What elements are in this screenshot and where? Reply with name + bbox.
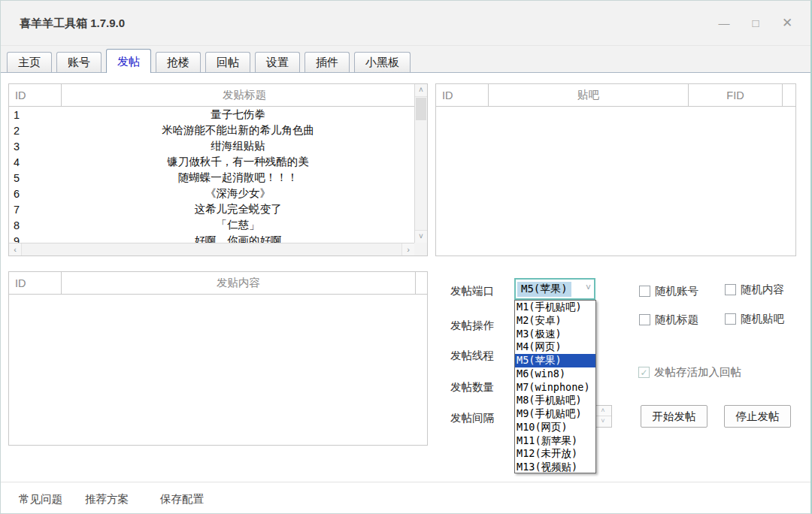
- column-header-post-title: 发贴标题: [62, 84, 427, 106]
- table-row[interactable]: 5随蝴蝶一起消散吧！！！: [9, 170, 414, 186]
- tab-post[interactable]: 发帖: [106, 49, 151, 73]
- chevron-down-icon[interactable]: ˅: [586, 283, 591, 293]
- row-title: 《深海少女》: [62, 186, 414, 201]
- row-id: 9: [9, 235, 62, 243]
- dropdown-option-m2[interactable]: M2(安卓): [515, 314, 595, 328]
- checkbox-box[interactable]: [725, 284, 736, 295]
- post-action-label: 发帖操作: [450, 319, 494, 333]
- tieba-table-header: ID 贴吧 FID: [436, 84, 795, 107]
- checkbox-box[interactable]: [725, 313, 736, 325]
- table-row[interactable]: 2米哈游能不能出新的希儿角色曲: [9, 122, 414, 138]
- post-content-table: ID 发贴内容: [8, 271, 428, 446]
- footer-link-faq[interactable]: 常见问题: [19, 492, 62, 506]
- row-title: 随蝴蝶一起消散吧！！！: [62, 171, 414, 185]
- row-title: 好啊，你画的好啊: [62, 234, 414, 243]
- checkbox-survive-reply[interactable]: ✓ 发帖存活加入回帖: [638, 365, 741, 379]
- dropdown-option-m13[interactable]: M13(视频贴): [515, 461, 595, 474]
- interval-spinner[interactable]: ˄ ˅: [594, 405, 612, 428]
- checkbox-random-title[interactable]: 随机标题: [639, 313, 698, 327]
- horizontal-scrollbar[interactable]: ‹ ›: [9, 243, 414, 255]
- tab-settings[interactable]: 设置: [255, 52, 300, 72]
- dropdown-option-m4[interactable]: M4(网页): [515, 340, 595, 354]
- close-icon[interactable]: ✕: [774, 13, 800, 34]
- window-controls: — □ ✕: [711, 13, 800, 34]
- table-row[interactable]: 9好啊，你画的好啊: [9, 233, 414, 243]
- minimize-icon[interactable]: —: [711, 13, 737, 34]
- checkbox-box-checked[interactable]: ✓: [638, 367, 650, 378]
- table-row[interactable]: 8「仁慈」: [9, 217, 414, 233]
- row-title: 「仁慈」: [62, 218, 414, 232]
- checkbox-label: 发帖存活加入回帖: [654, 365, 741, 379]
- column-header-id: ID: [436, 84, 489, 106]
- start-post-button[interactable]: 开始发帖: [641, 405, 707, 428]
- checkbox-random-account[interactable]: 随机账号: [639, 284, 698, 298]
- tab-reply[interactable]: 回帖: [205, 52, 250, 72]
- spinner-up-icon[interactable]: ˄: [595, 406, 611, 416]
- table-row[interactable]: 6《深海少女》: [9, 186, 414, 201]
- row-id: 7: [9, 204, 62, 216]
- tab-home[interactable]: 主页: [7, 52, 52, 72]
- checkbox-box[interactable]: [639, 314, 650, 325]
- dropdown-option-m6[interactable]: M6(win8): [515, 367, 595, 381]
- column-header-tieba: 贴吧: [489, 84, 688, 106]
- table-row[interactable]: 3绀海组贴贴: [9, 138, 414, 154]
- checkbox-label: 随机贴吧: [741, 312, 784, 326]
- row-id: 6: [9, 188, 62, 200]
- column-header-id: ID: [9, 84, 62, 106]
- tab-floor-grab[interactable]: 抢楼: [156, 52, 201, 72]
- checkbox-random-content[interactable]: 随机内容: [725, 283, 784, 297]
- app-title: 喜羊羊工具箱 1.7.9.0: [20, 17, 125, 31]
- tab-account[interactable]: 账号: [56, 52, 102, 72]
- scrollbar-thumb[interactable]: [416, 98, 426, 120]
- post-title-table-header: ID 发贴标题: [9, 84, 427, 107]
- table-row[interactable]: 7这希儿完全蜕变了: [9, 201, 414, 217]
- scroll-up-icon[interactable]: ˄: [415, 84, 427, 97]
- dropdown-option-m7[interactable]: M7(winphone): [515, 381, 595, 395]
- checkbox-label: 随机内容: [741, 283, 784, 297]
- dropdown-option-m3[interactable]: M3(极速): [515, 328, 595, 341]
- dropdown-option-m8[interactable]: M8(手机贴吧): [515, 394, 595, 407]
- scroll-left-icon[interactable]: ‹: [9, 243, 22, 255]
- footer-link-recommend[interactable]: 推荐方案: [85, 492, 129, 506]
- row-id: 3: [9, 141, 62, 153]
- post-port-label: 发帖端口: [450, 284, 494, 298]
- tab-bar: 主页 账号 发帖 抢楼 回帖 设置 插件 小黑板: [1, 46, 810, 73]
- post-port-select[interactable]: M5(苹果) ˅: [514, 278, 595, 300]
- tab-plugins[interactable]: 插件: [304, 52, 350, 72]
- spinner-down-icon[interactable]: ˅: [595, 416, 611, 427]
- tab-blackboard[interactable]: 小黑板: [354, 52, 411, 72]
- maximize-icon[interactable]: □: [743, 13, 768, 34]
- column-header-id: ID: [9, 272, 62, 294]
- row-id: 2: [9, 125, 62, 137]
- footer-divider: [1, 482, 810, 482]
- row-id: 8: [9, 219, 62, 231]
- row-id: 1: [9, 109, 62, 121]
- row-title: 量子七伤拳: [62, 107, 414, 122]
- row-id: 4: [9, 156, 62, 168]
- checkbox-box[interactable]: [639, 286, 650, 297]
- post-content-table-header: ID 发贴内容: [9, 272, 427, 295]
- dropdown-option-m1[interactable]: M1(手机贴吧): [515, 301, 595, 314]
- dropdown-option-m5[interactable]: M5(苹果): [515, 354, 595, 367]
- scroll-down-icon[interactable]: ˅: [415, 230, 427, 243]
- post-thread-label: 发帖线程: [450, 349, 494, 363]
- checkbox-label: 随机账号: [655, 284, 698, 298]
- table-row[interactable]: 1量子七伤拳: [9, 107, 414, 122]
- post-interval-label: 发帖间隔: [450, 411, 494, 425]
- vertical-scrollbar[interactable]: ˄ ˅: [414, 84, 427, 243]
- tieba-table: ID 贴吧 FID: [435, 83, 796, 256]
- table-row[interactable]: 4镰刀做秋千，有一种残酷的美: [9, 154, 414, 170]
- checkbox-random-tieba[interactable]: 随机贴吧: [725, 312, 784, 326]
- app-window: 喜羊羊工具箱 1.7.9.0 — □ ✕ 主页 账号 发帖 抢楼 回帖 设置 插…: [0, 0, 812, 514]
- row-title: 米哈游能不能出新的希儿角色曲: [62, 123, 414, 138]
- post-title-table: ID 发贴标题 1量子七伤拳 2米哈游能不能出新的希儿角色曲 3绀海组贴贴 4镰…: [8, 83, 428, 256]
- dropdown-option-m9[interactable]: M9(手机贴吧): [515, 407, 595, 421]
- column-header-post-content: 发贴内容: [62, 272, 415, 294]
- post-port-dropdown: M1(手机贴吧) M2(安卓) M3(极速) M4(网页) M5(苹果) M6(…: [514, 300, 596, 473]
- scroll-right-icon[interactable]: ›: [401, 243, 414, 255]
- dropdown-option-m11[interactable]: M11(新苹果): [515, 434, 595, 448]
- dropdown-option-m10[interactable]: M10(网页): [515, 421, 595, 434]
- footer-link-save-config[interactable]: 保存配置: [160, 492, 204, 506]
- stop-post-button[interactable]: 停止发帖: [724, 405, 791, 428]
- dropdown-option-m12[interactable]: M12(未开放): [515, 447, 595, 461]
